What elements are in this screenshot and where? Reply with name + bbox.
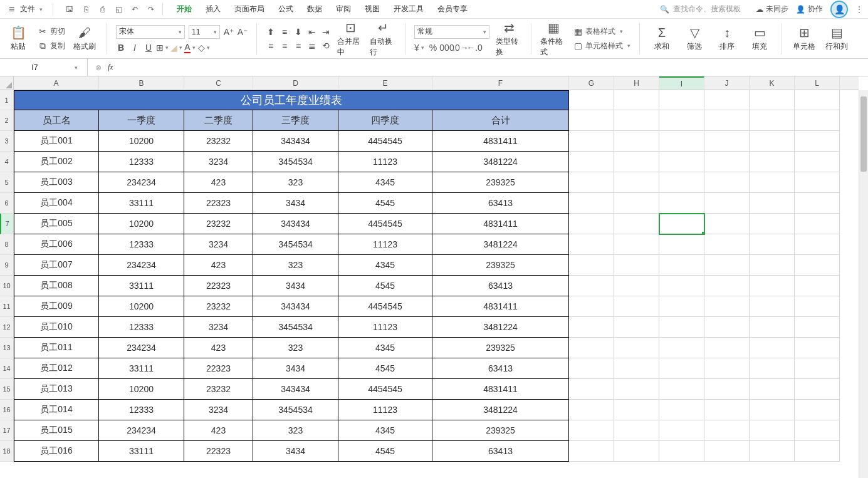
row-header-14[interactable]: 14: [0, 358, 13, 379]
tab-data[interactable]: 数据: [306, 1, 323, 17]
clear-icon[interactable]: ◇▾: [199, 43, 209, 53]
font-size-select[interactable]: 11▾: [189, 25, 220, 39]
cell-I12[interactable]: [659, 317, 704, 338]
cell-L10[interactable]: [795, 276, 840, 296]
redo-icon[interactable]: ↷: [146, 4, 156, 14]
cell-I15[interactable]: [659, 379, 704, 400]
align-left-icon[interactable]: ≡: [266, 41, 276, 51]
row-header-15[interactable]: 15: [0, 379, 13, 400]
table-cell[interactable]: 234234: [99, 255, 184, 276]
row-header-6[interactable]: 6: [0, 193, 13, 214]
cell-L7[interactable]: [795, 214, 840, 234]
table-cell[interactable]: 423: [184, 420, 253, 441]
currency-icon[interactable]: ¥▾: [414, 43, 424, 53]
row-header-3[interactable]: 3: [0, 131, 13, 152]
align-bottom-icon[interactable]: ⬇: [293, 27, 303, 37]
avatar[interactable]: 👤: [830, 1, 848, 18]
table-cell[interactable]: 343434: [253, 379, 338, 400]
col-header-H[interactable]: H: [614, 76, 659, 90]
cell-G12[interactable]: [569, 317, 614, 338]
cell-L11[interactable]: [795, 296, 840, 317]
decrease-font-icon[interactable]: A⁻: [238, 27, 248, 37]
cell-G2[interactable]: [569, 110, 614, 131]
cell-J14[interactable]: [704, 358, 750, 379]
italic-icon[interactable]: I: [130, 43, 140, 53]
table-cell[interactable]: 239325: [432, 420, 569, 441]
col-header-A[interactable]: A: [14, 76, 99, 90]
comma-icon[interactable]: 000: [442, 43, 452, 53]
align-center-icon[interactable]: ≡: [280, 41, 290, 51]
table-cell[interactable]: 23232: [184, 214, 253, 234]
number-format-select[interactable]: 常规▾: [414, 25, 489, 39]
cell-K15[interactable]: [750, 379, 795, 400]
table-cell[interactable]: 239325: [432, 338, 569, 358]
cell-L6[interactable]: [795, 193, 840, 214]
cell-I18[interactable]: [659, 441, 704, 462]
cell-I4[interactable]: [659, 152, 704, 172]
cell-I8[interactable]: [659, 234, 704, 255]
cell-H15[interactable]: [614, 379, 659, 400]
table-cell[interactable]: 12333: [99, 152, 184, 172]
cell-I14[interactable]: [659, 358, 704, 379]
cell-K17[interactable]: [750, 420, 795, 441]
table-cell[interactable]: 4345: [338, 255, 432, 276]
cond-format-button[interactable]: ▦ 条件格式: [540, 20, 567, 58]
row-header-10[interactable]: 10: [0, 276, 13, 296]
cell-J9[interactable]: [704, 255, 750, 276]
table-cell[interactable]: 员工012: [14, 358, 99, 379]
cell-K4[interactable]: [750, 152, 795, 172]
table-cell[interactable]: 11123: [338, 234, 432, 255]
table-cell[interactable]: 4454545: [338, 296, 432, 317]
table-cell[interactable]: 11123: [338, 400, 432, 420]
row-header-12[interactable]: 12: [0, 317, 13, 338]
table-cell[interactable]: 员工006: [14, 234, 99, 255]
underline-icon[interactable]: U: [144, 43, 154, 53]
chevron-down-icon[interactable]: ▾: [75, 65, 78, 71]
table-cell[interactable]: 员工013: [14, 379, 99, 400]
cell-H13[interactable]: [614, 338, 659, 358]
table-header[interactable]: 员工名: [14, 110, 99, 131]
table-cell[interactable]: 63413: [432, 276, 569, 296]
copy-button[interactable]: ⧉复制: [38, 41, 65, 51]
table-cell[interactable]: 4454545: [338, 131, 432, 152]
table-cell[interactable]: 3454534: [253, 234, 338, 255]
table-cell[interactable]: 3454534: [253, 152, 338, 172]
cell-J3[interactable]: [704, 131, 750, 152]
table-cell[interactable]: 11123: [338, 317, 432, 338]
table-cell[interactable]: 4454545: [338, 379, 432, 400]
col-header-F[interactable]: F: [432, 76, 569, 90]
table-cell[interactable]: 员工002: [14, 152, 99, 172]
table-cell[interactable]: 3434: [253, 276, 338, 296]
table-cell[interactable]: 323: [253, 420, 338, 441]
cell-L1[interactable]: [795, 90, 840, 110]
cell-J10[interactable]: [704, 276, 750, 296]
table-cell[interactable]: 22323: [184, 276, 253, 296]
table-cell[interactable]: 4454545: [338, 214, 432, 234]
cell-H12[interactable]: [614, 317, 659, 338]
cell-H1[interactable]: [614, 90, 659, 110]
table-cell[interactable]: 23232: [184, 296, 253, 317]
row-header-11[interactable]: 11: [0, 296, 13, 317]
cell-G15[interactable]: [569, 379, 614, 400]
cell-K11[interactable]: [750, 296, 795, 317]
table-cell[interactable]: 4831411: [432, 131, 569, 152]
cell-H6[interactable]: [614, 193, 659, 214]
fill-color-icon[interactable]: ◢▾: [171, 43, 181, 53]
table-cell[interactable]: 3454534: [253, 317, 338, 338]
cell-G17[interactable]: [569, 420, 614, 441]
table-cell[interactable]: 3434: [253, 193, 338, 214]
tab-home[interactable]: 开始: [175, 1, 193, 17]
cell-J11[interactable]: [704, 296, 750, 317]
cell-J15[interactable]: [704, 379, 750, 400]
decrease-decimal-icon[interactable]: ←.0: [469, 43, 479, 53]
table-cell[interactable]: 23232: [184, 379, 253, 400]
table-cell[interactable]: 员工014: [14, 400, 99, 420]
cell-H14[interactable]: [614, 358, 659, 379]
table-cell[interactable]: 10200: [99, 131, 184, 152]
cell-K2[interactable]: [750, 110, 795, 131]
paste-button[interactable]: 📋 粘贴: [5, 25, 31, 52]
table-style-button[interactable]: ▦表格样式▾: [573, 26, 630, 37]
cell-I2[interactable]: [659, 110, 704, 131]
cell-K13[interactable]: [750, 338, 795, 358]
cell-J1[interactable]: [704, 90, 750, 110]
